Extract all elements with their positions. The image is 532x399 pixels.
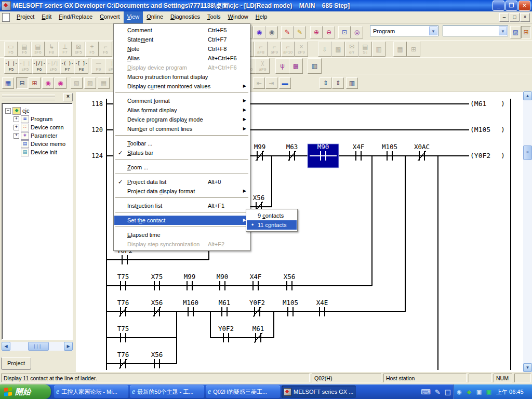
panel-grip[interactable]: ×	[1, 93, 74, 101]
tb-wire-b-button[interactable]: ⌐aF8	[254, 42, 268, 57]
tb-find-device-button[interactable]: ◉	[253, 26, 265, 38]
menuitem-elapsed-time[interactable]: Elapsed time	[114, 230, 249, 240]
ladder-contact-m99-nc[interactable]: M99	[254, 143, 266, 161]
tb-monitor-grid-button[interactable]: ▦	[393, 42, 407, 57]
tb-vline-del-button[interactable]: ╳aF9	[256, 58, 270, 74]
expand-icon[interactable]: +	[14, 116, 19, 122]
menu-edit[interactable]: Edit	[38, 11, 55, 23]
ladder-contact-m63-nc[interactable]: M63	[286, 143, 298, 161]
tb-open-contact-button[interactable]: -| |-F5	[4, 58, 18, 74]
tb-comment-blue-bar-button[interactable]: ▬	[279, 77, 291, 89]
tb-monitor-error-button[interactable]: ✉err	[345, 42, 358, 57]
menuitem-comment[interactable]: CommentCtrl+F5	[114, 25, 249, 35]
menu-online[interactable]: Online	[143, 11, 167, 23]
ladder-contact-x56[interactable]: X56	[284, 273, 296, 290]
device-combobox[interactable]: ▼	[443, 25, 508, 36]
menuitem-zoom[interactable]: Zoom ...	[114, 163, 249, 172]
tb-shift-left-button[interactable]: ⇤	[253, 77, 265, 89]
tb-sort-a-button[interactable]: ⇕	[320, 77, 331, 89]
expand-icon[interactable]: +	[14, 133, 19, 139]
ladder-contact-m61[interactable]: M61	[219, 299, 231, 316]
tb-trace-c-button[interactable]: ▦	[98, 77, 110, 89]
tree-item-device-comn[interactable]: +∷Device comn	[2, 123, 72, 131]
combo-dropdown-icon[interactable]: ▼	[429, 26, 437, 35]
menuitem-display-current-monitored-values[interactable]: Display current monitored values▶	[114, 82, 249, 91]
network-icon[interactable]: ▣	[475, 388, 483, 396]
ladder-contact-m160[interactable]: M160	[183, 299, 198, 316]
menu-view[interactable]: View	[124, 11, 143, 23]
mdi-restore-button[interactable]: □	[510, 13, 520, 22]
tb-wire-c-button[interactable]: ⌐aF9	[268, 42, 281, 57]
tree-root-row[interactable]: −◆cjc	[2, 107, 72, 115]
tb-zoom-enlarge-button[interactable]: ⊕	[310, 26, 323, 38]
close-button[interactable]: ×	[518, 1, 530, 11]
tb-sfc-step-button[interactable]: ▤F6	[18, 42, 31, 57]
menuitem-toolbar[interactable]: Toolbar ...	[114, 139, 249, 148]
tb-wire-del-button[interactable]: ×cF9	[295, 42, 308, 57]
minimize-button[interactable]: _	[493, 1, 504, 11]
ladder-contact-y0f2[interactable]: Y0F2	[218, 325, 234, 342]
tb-monitor-start-button[interactable]: ⇩	[318, 42, 331, 57]
tb-monitor-stop-button[interactable]: ▩	[331, 42, 345, 57]
tb-open-branch-button[interactable]: ⌐| |sF5	[18, 58, 32, 74]
ladder-contact-m105[interactable]: M105	[382, 143, 397, 161]
scroll-down-icon[interactable]: ▼	[523, 363, 532, 372]
menuitem-project-data-list[interactable]: ✓Project data listAlt+0	[114, 177, 249, 187]
tb-sfc-jump-button[interactable]: ↳F8	[45, 42, 58, 57]
tree-item-program[interactable]: +≣Program	[2, 115, 72, 123]
menuitem-instruction-list[interactable]: Instruction listAlt+F1	[114, 201, 249, 210]
messenger-icon[interactable]: ◉	[455, 388, 463, 396]
combo-dropdown-icon[interactable]: ▼	[499, 26, 507, 35]
language-bar[interactable]: ⌨✎▤	[419, 386, 453, 397]
menuitem-comment-format[interactable]: Comment format▶	[114, 96, 249, 105]
tb-op-tool-button[interactable]: ▩	[289, 58, 303, 74]
tree-item-device-init[interactable]: ▤Device init	[2, 148, 72, 156]
terminal-icon[interactable]: ▣	[485, 388, 493, 396]
menuitem-alias[interactable]: AliasAlt+Ctrl+F6	[114, 54, 249, 63]
start-button[interactable]: 開始	[0, 384, 51, 399]
menu-project[interactable]: Project	[13, 11, 38, 23]
menuitem-display-step-synchronization[interactable]: Display step synchronizationAlt+F2	[114, 240, 249, 249]
menuitem-macro-instruction-format-display[interactable]: Macro instruction format display	[114, 72, 249, 82]
tree-item-parameter[interactable]: +∗Parameter	[2, 131, 72, 140]
tb-find-magnifier-edit-button[interactable]: ◉	[55, 77, 66, 89]
ladder-coil-m105[interactable]: (M105)	[470, 126, 505, 134]
tb-edit-comment-button[interactable]: ✎	[281, 26, 294, 38]
tb-monitor-find-button[interactable]: ◎	[351, 26, 363, 38]
ladder-contact-m105[interactable]: M105	[283, 299, 298, 316]
submenuitem-9-contacts[interactable]: 9 contacts	[247, 211, 297, 220]
tb-monitor-pause-button[interactable]: ▥	[372, 42, 385, 57]
menuitem-set-the-contact[interactable]: Set the contact▶	[114, 216, 249, 225]
ladder-coil-y0f2[interactable]: (Y0F2)	[470, 152, 505, 159]
tb-find-step-button[interactable]: ◉	[265, 26, 278, 38]
menuitem-project-data-display-format[interactable]: Project data display format▶	[114, 187, 249, 196]
program-type-combobox[interactable]: Program ▼	[370, 25, 438, 36]
maximize-button[interactable]: ❐	[506, 1, 517, 11]
tb-sfc-step2-button[interactable]: ▤sF6	[31, 42, 45, 57]
menu-tools[interactable]: Tools	[204, 11, 224, 23]
ladder-contact-x4e[interactable]: X4E	[316, 299, 328, 316]
menuitem-number-of-comment-lines[interactable]: Number of comment lines▶	[114, 124, 249, 134]
menuitem-display-device-program[interactable]: Display device programAlt+Ctrl+F6	[114, 63, 249, 72]
ime-panel-icon[interactable]: ▤	[445, 388, 451, 396]
scroll-up-icon[interactable]: ▲	[523, 91, 532, 100]
tb-data-list-toggle-button[interactable]: ⊞	[521, 26, 531, 38]
pen-icon[interactable]: ✎	[435, 388, 441, 396]
tb-trace-a-button[interactable]: ▧	[71, 77, 83, 89]
tb-project-data-list-toggle-button[interactable]: ⊟	[16, 77, 28, 89]
ladder-contact-m90[interactable]: M90	[217, 273, 229, 290]
tb-trace-b-button[interactable]: ▨	[84, 77, 96, 89]
tb-sfc-del-button[interactable]: ⊠sF5	[72, 42, 85, 57]
ladder-contact-x75[interactable]: X75	[151, 273, 163, 290]
ladder-contact-x56-nc[interactable]: X56	[151, 299, 163, 317]
mdi-close-button[interactable]: ×	[520, 13, 530, 22]
collapse-icon[interactable]: −	[5, 108, 11, 114]
tb-sfc-ins-button[interactable]: +F5	[85, 42, 99, 57]
menu-window[interactable]: Window	[224, 11, 252, 23]
taskbar-task-1[interactable]: e工控人家园论坛 - Mi...	[54, 385, 128, 398]
menuitem-status-bar[interactable]: ✓Status bar	[114, 148, 249, 157]
tb-sfc-block-button[interactable]: ▭F5	[4, 42, 18, 57]
tb-find-magnifier-button[interactable]: ◉	[42, 77, 54, 89]
menuitem-device-program-display-mode[interactable]: Device program display mode▶	[114, 115, 249, 124]
tree-item-device-memo[interactable]: ▤Device memo	[2, 140, 72, 148]
